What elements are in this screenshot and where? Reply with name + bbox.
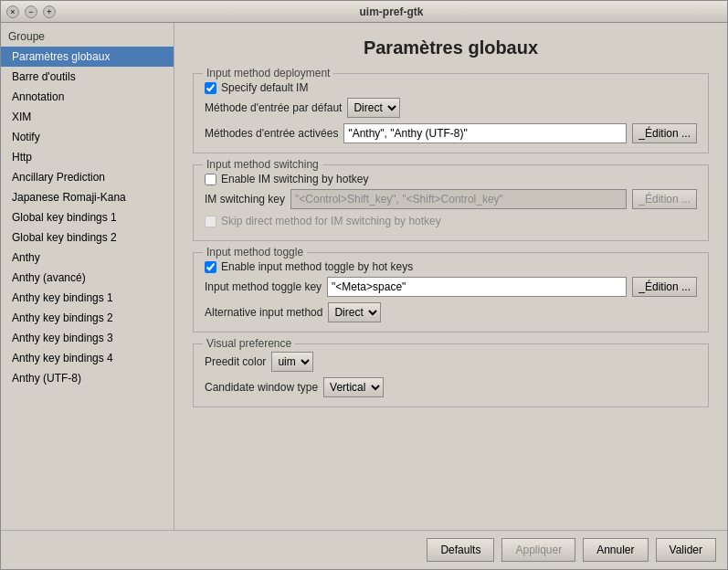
skip-direct-row: Skip direct method for IM switching by h…: [205, 215, 697, 227]
methode-label: Méthode d'entrée par défaut: [205, 101, 342, 114]
skip-direct-checkbox[interactable]: [205, 216, 216, 227]
visual-section-label: Visual preference: [203, 337, 295, 350]
sidebar-item-notify[interactable]: Notify: [1, 127, 174, 147]
preedit-color-select[interactable]: uim: [271, 352, 313, 372]
deployment-section: Input method deployment Specify default …: [193, 73, 709, 153]
deployment-section-label: Input method deployment: [203, 67, 333, 79]
sidebar-item-anthy-utf8[interactable]: Anthy (UTF-8): [1, 368, 174, 388]
window-title: uim-pref-gtk: [61, 5, 722, 18]
toggle-key-row: Input method toggle key _Édition ...: [205, 277, 697, 297]
alt-method-row: Alternative input method Direct: [205, 302, 697, 322]
minimize-btn[interactable]: −: [25, 5, 37, 18]
sidebar-item-http[interactable]: Http: [1, 147, 174, 167]
alt-method-label: Alternative input method: [205, 306, 322, 319]
alt-method-select[interactable]: Direct: [328, 302, 381, 322]
methodes-activees-label: Méthodes d'entrée activées: [205, 127, 338, 140]
sidebar-item-parametres-globaux[interactable]: Paramètres globaux: [1, 47, 174, 67]
footer: Defaults Appliquer Annuler Valider: [1, 530, 727, 569]
methodes-activees-row: Méthodes d'entrée activées _Édition ...: [205, 123, 697, 143]
methodes-activees-edition-btn[interactable]: _Édition ...: [632, 123, 697, 143]
page-title: Paramètres globaux: [193, 37, 709, 58]
sidebar-item-anthy[interactable]: Anthy: [1, 248, 174, 268]
main-window: × − + uim-pref-gtk Groupe Paramètres glo…: [0, 0, 728, 570]
sidebar-item-ancillary-prediction[interactable]: Ancillary Prediction: [1, 167, 174, 187]
sidebar-group-label: Groupe: [1, 26, 174, 47]
candidate-window-row: Candidate window type Vertical: [205, 377, 697, 397]
sidebar-item-anthy-key-bindings-2[interactable]: Anthy key bindings 2: [1, 308, 174, 328]
toggle-section: Input method toggle Enable input method …: [193, 252, 709, 332]
sidebar-item-xim[interactable]: XIM: [1, 107, 174, 127]
specify-default-im-checkbox[interactable]: [205, 82, 216, 94]
switching-key-input[interactable]: [290, 189, 627, 209]
methodes-activees-input[interactable]: [343, 123, 627, 143]
enable-toggle-label: Enable input method toggle by hot keys: [221, 260, 413, 273]
enable-toggle-checkbox[interactable]: [205, 261, 216, 273]
titlebar: × − + uim-pref-gtk: [1, 1, 727, 23]
content-area: Groupe Paramètres globaux Barre d'outils…: [1, 23, 727, 530]
sidebar-item-anthy-avance[interactable]: Anthy (avancé): [1, 268, 174, 288]
toggle-section-label: Input method toggle: [203, 246, 307, 259]
valider-button[interactable]: Valider: [656, 538, 716, 562]
switching-section: Input method switching Enable IM switchi…: [193, 164, 709, 241]
methode-select[interactable]: Direct: [347, 98, 400, 118]
specify-default-im-label: Specify default IM: [221, 81, 308, 94]
candidate-window-select[interactable]: Vertical: [323, 377, 384, 397]
switching-key-row: IM switching key _Édition ...: [205, 189, 697, 209]
sidebar-item-global-key-bindings-2[interactable]: Global key bindings 2: [1, 227, 174, 248]
sidebar-item-global-key-bindings-1[interactable]: Global key bindings 1: [1, 207, 174, 227]
toggle-edition-btn[interactable]: _Édition ...: [632, 277, 697, 297]
methode-row: Méthode d'entrée par défaut Direct: [205, 98, 697, 118]
enable-toggle-row: Enable input method toggle by hot keys: [205, 260, 697, 273]
visual-section: Visual preference Preedit color uim Cand…: [193, 343, 709, 407]
defaults-button[interactable]: Defaults: [427, 538, 494, 562]
annuler-button[interactable]: Annuler: [583, 538, 648, 562]
sidebar-item-anthy-key-bindings-3[interactable]: Anthy key bindings 3: [1, 328, 174, 348]
toggle-key-label: Input method toggle key: [205, 280, 322, 293]
main-panel: Paramètres globaux Input method deployme…: [174, 23, 727, 530]
switching-key-label: IM switching key: [205, 193, 285, 206]
appliquer-button[interactable]: Appliquer: [501, 538, 575, 562]
sidebar-item-anthy-key-bindings-4[interactable]: Anthy key bindings 4: [1, 348, 174, 368]
close-btn[interactable]: ×: [6, 5, 19, 18]
specify-default-im-row: Specify default IM: [205, 81, 697, 94]
sidebar-item-annotation[interactable]: Annotation: [1, 87, 174, 107]
enable-switching-label: Enable IM switching by hotkey: [221, 173, 368, 185]
candidate-window-label: Candidate window type: [205, 381, 318, 394]
toggle-key-input[interactable]: [327, 277, 627, 297]
sidebar-item-japanese-romaji-kana[interactable]: Japanese Romaji-Kana: [1, 187, 174, 207]
maximize-btn[interactable]: +: [43, 5, 56, 18]
switching-section-label: Input method switching: [203, 158, 322, 171]
preedit-color-label: Preedit color: [205, 355, 266, 368]
sidebar: Groupe Paramètres globaux Barre d'outils…: [1, 23, 174, 530]
sidebar-item-anthy-key-bindings-1[interactable]: Anthy key bindings 1: [1, 288, 174, 308]
switching-edition-btn[interactable]: _Édition ...: [632, 189, 697, 209]
sidebar-item-barre-doutils[interactable]: Barre d'outils: [1, 67, 174, 87]
skip-direct-label: Skip direct method for IM switching by h…: [221, 215, 441, 227]
preedit-color-row: Preedit color uim: [205, 352, 697, 372]
enable-switching-row: Enable IM switching by hotkey: [205, 173, 697, 185]
enable-switching-checkbox[interactable]: [205, 174, 216, 185]
